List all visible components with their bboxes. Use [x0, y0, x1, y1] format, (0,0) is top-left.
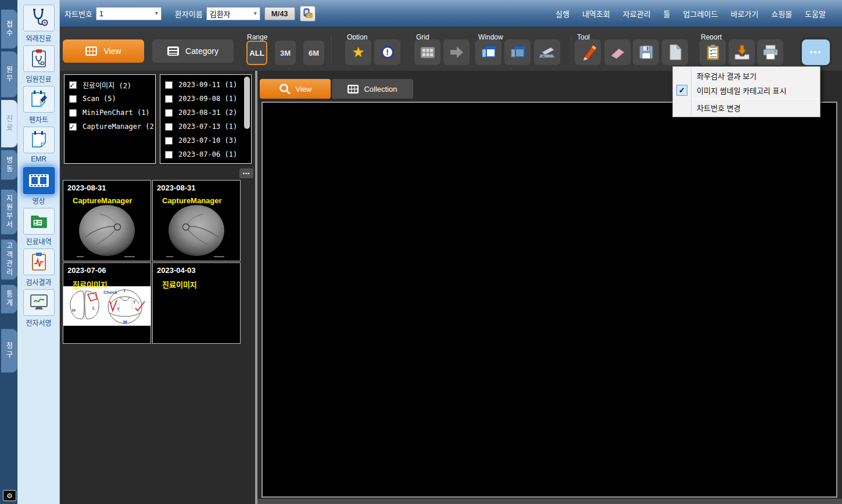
checked-checkbox-icon: ✓: [676, 85, 687, 96]
svg-text:T: T: [133, 300, 136, 304]
range-6m-button[interactable]: 6M: [303, 41, 324, 65]
date-item[interactable]: 2023-07-10 (3): [160, 134, 251, 147]
grid-apply-button[interactable]: [443, 39, 470, 65]
checkbox-unchecked[interactable]: [165, 109, 173, 117]
nav-tab-statistics[interactable]: 통계: [1, 285, 17, 314]
fundus-image: [73, 205, 141, 260]
patient-name-label: 환자이름: [175, 8, 203, 19]
thumbnail-date: 2023-08-31: [67, 183, 106, 192]
nav-tab-ward[interactable]: 병동: [1, 150, 17, 180]
thumbnail-more-button[interactable]: •••: [239, 168, 253, 178]
scan-button[interactable]: [534, 39, 560, 65]
range-3m-button[interactable]: 3M: [275, 41, 296, 65]
menu-data-manage[interactable]: 자료관리: [623, 8, 651, 19]
menu-item-change-chart-number[interactable]: 차트번호 변경: [673, 100, 819, 115]
thumbnail-capturemanager-2[interactable]: 2023-08-31 CaptureManager: [152, 180, 241, 261]
range-section-label: Range: [247, 33, 267, 41]
nav-tab-customer-mgmt[interactable]: 고객관리: [1, 239, 17, 280]
viewer-tab-view[interactable]: View: [260, 79, 331, 99]
window-overlay-icon: [510, 46, 525, 59]
toolbar-separator: [330, 35, 331, 64]
panel-splitter[interactable]: [255, 71, 257, 504]
export-button[interactable]: [729, 39, 755, 65]
save-button[interactable]: [633, 39, 659, 65]
nav-tab-billing[interactable]: 청구: [1, 329, 17, 373]
eraser-tool-button[interactable]: [604, 39, 630, 65]
menu-item-compare-results[interactable]: 좌우검사 결과 보기: [673, 69, 819, 83]
film-icon: [28, 172, 50, 189]
report-button[interactable]: [700, 39, 726, 65]
checkbox-unchecked[interactable]: [69, 109, 77, 117]
category-item[interactable]: Scan (5): [65, 92, 155, 106]
checkbox-unchecked[interactable]: [165, 123, 173, 131]
sidebar-item-inpatient[interactable]: 입원진료: [17, 45, 60, 84]
thumbnail-empty[interactable]: 2023-04-03 진료이미지: [152, 262, 241, 344]
menu-item-thumbnail-category[interactable]: ✓ 이미지 썸네일 카테고리 표시: [673, 83, 819, 98]
new-document-button[interactable]: [662, 39, 688, 65]
view-mode-button[interactable]: View: [63, 39, 144, 63]
category-item[interactable]: ✓ 진료이미지 (2): [65, 78, 155, 92]
thumbnail-diagram[interactable]: 2023-07-06 진료이미지 H L Check I T T M: [63, 262, 151, 344]
fundus-image: [163, 205, 230, 260]
menu-shortcut[interactable]: 바로가기: [730, 8, 758, 19]
image-viewer-canvas[interactable]: [261, 102, 837, 498]
checkbox-checked[interactable]: ✓: [69, 123, 77, 131]
sidebar-item-penchart[interactable]: 펜차트: [17, 86, 60, 124]
nav-tab-treatment[interactable]: 진료: [1, 100, 17, 147]
checkbox-checked[interactable]: ✓: [69, 81, 77, 89]
nav-tab-reception[interactable]: 접수: [1, 9, 17, 49]
new-window-button[interactable]: [475, 39, 501, 65]
sidebar-item-test-results[interactable]: 검사결과: [17, 249, 60, 287]
window-overlay-button[interactable]: [504, 39, 531, 65]
clipboard-pulse-icon: [28, 252, 49, 272]
date-item[interactable]: 2023-07-06 (1): [160, 147, 251, 161]
important-button[interactable]: !: [374, 39, 400, 65]
pen-tool-button[interactable]: [575, 39, 601, 65]
checkbox-unchecked[interactable]: [165, 81, 173, 89]
date-item[interactable]: 2023-09-11 (1): [160, 78, 251, 92]
category-item[interactable]: ✓ CaptureManager (2): [65, 120, 155, 134]
context-menu: 좌우검사 결과 보기 ✓ 이미지 썸네일 카테고리 표시 차트번호 변경: [672, 66, 820, 117]
sidebar-item-emr[interactable]: EMR: [17, 127, 60, 163]
date-item[interactable]: 2023-08-31 (2): [160, 106, 251, 120]
chart-number-select[interactable]: 1 ▾: [96, 7, 162, 20]
nav-tab-administration[interactable]: 원무: [1, 51, 17, 98]
category-item[interactable]: MiniPenChart (1): [65, 106, 155, 120]
chevron-down-icon: ▾: [254, 10, 257, 16]
menu-history[interactable]: 내역조회: [582, 8, 610, 19]
category-mode-label: Category: [185, 46, 218, 56]
menu-shopping[interactable]: 쇼핑몰: [771, 8, 792, 19]
module-sidebar: 외래진료 입원진료 펜차트: [17, 0, 60, 504]
checkbox-unchecked[interactable]: [165, 137, 173, 145]
checkbox-unchecked[interactable]: [165, 95, 173, 103]
sms-button[interactable]: [300, 6, 316, 21]
patient-name-select[interactable]: 김환자 ▾: [206, 7, 260, 20]
sidebar-item-esignature[interactable]: 전자서명: [17, 289, 60, 327]
menu-help[interactable]: 도움말: [805, 8, 826, 19]
sidebar-item-treatment-history[interactable]: 진료내역: [17, 208, 60, 246]
sidebar-item-outpatient[interactable]: 외래진료: [17, 5, 60, 43]
checkbox-unchecked[interactable]: [69, 95, 77, 103]
nav-tab-support-dept[interactable]: 지원부서: [1, 189, 17, 235]
sex-age-button[interactable]: M/43: [264, 7, 295, 20]
date-item[interactable]: 2023-07-13 (1): [160, 120, 251, 134]
grid-layout-button[interactable]: [414, 39, 440, 65]
note-icon: [28, 130, 49, 150]
checkbox-unchecked[interactable]: [165, 151, 173, 159]
date-item[interactable]: 2023-09-08 (1): [160, 92, 251, 106]
menu-upgrade[interactable]: 업그레이드: [683, 8, 718, 19]
scrollbar-thumb[interactable]: [244, 77, 250, 129]
category-mode-button[interactable]: Category: [152, 39, 234, 63]
sidebar-item-imaging[interactable]: 영상: [17, 167, 60, 206]
menu-run[interactable]: 실행: [556, 8, 569, 19]
more-options-button[interactable]: •••: [802, 39, 830, 65]
settings-button[interactable]: ⚙: [3, 490, 16, 501]
range-all-button[interactable]: ALL: [246, 41, 267, 65]
scrollbar[interactable]: [244, 77, 250, 162]
viewer-tab-collection[interactable]: Collection: [332, 79, 413, 99]
thumbnail-capturemanager-1[interactable]: 2023-08-31 CaptureManager: [63, 180, 151, 261]
favorite-button[interactable]: ★: [345, 39, 371, 65]
menu-tools[interactable]: 툴: [664, 8, 671, 19]
exclamation-icon: !: [381, 46, 394, 59]
print-button[interactable]: [757, 39, 783, 65]
